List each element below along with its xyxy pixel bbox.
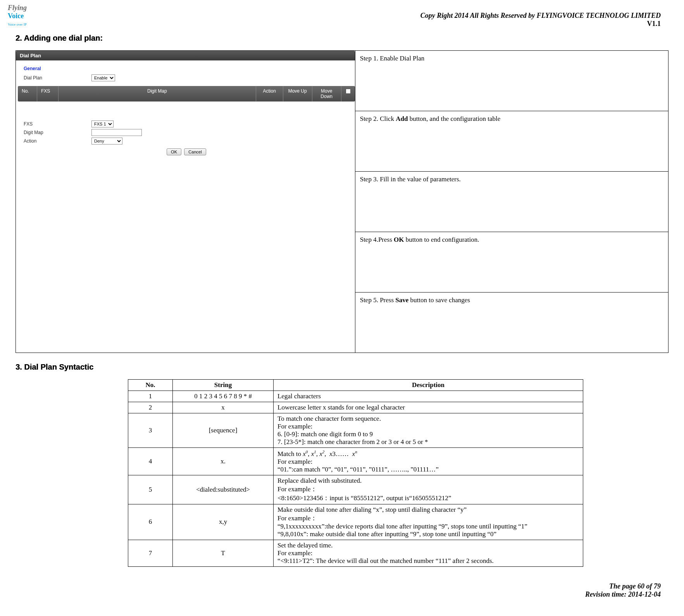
cell-string: [sequence] (173, 413, 274, 448)
syntax-table: No. String Description 1 0 1 2 3 4 5 6 7… (128, 379, 583, 567)
dialplan-label: Dial Plan (24, 75, 91, 81)
table-row: 7 T Set the delayed time. For example: “… (128, 540, 583, 566)
cell-no: 7 (128, 540, 173, 566)
step-1-cell: Step 1. Enable Dial Plan (355, 51, 668, 111)
digitmap-input[interactable] (91, 129, 142, 136)
col-checkbox[interactable] (341, 86, 355, 102)
cell-no: 3 (128, 413, 173, 448)
cell-string: 0 1 2 3 4 5 6 7 8 9 * # (173, 391, 274, 402)
dial-plan-layout-table: Dial Plan General Dial Plan Enable No. F… (16, 50, 668, 353)
cell-string: x (173, 402, 274, 413)
cancel-button[interactable]: Cancel (184, 148, 206, 155)
x-power-3: x (329, 450, 333, 458)
col-no: No. (18, 86, 37, 102)
th-desc: Description (274, 380, 583, 391)
logo: Flying Voice Voice over IP (8, 4, 47, 25)
col-movedown[interactable]: Move Down (312, 86, 341, 102)
ok-button[interactable]: OK (167, 148, 181, 155)
revision-time: Revision time: 2014-12-04 (16, 590, 661, 599)
window-title: Dial Plan (16, 51, 355, 60)
table-row: 3 [sequence] To match one character form… (128, 413, 583, 448)
th-no: No. (128, 380, 173, 391)
fxs-select[interactable]: FXS 1 (91, 120, 114, 127)
x-power-n: xn (352, 450, 357, 458)
col-moveup[interactable]: Move Up (283, 86, 312, 102)
col-digit: Digit Map (59, 86, 256, 102)
dialplan-select[interactable]: Enable (91, 74, 115, 81)
dial-plan-screenshot: Dial Plan General Dial Plan Enable No. F… (16, 51, 355, 155)
logo-subtitle: Voice over IP (8, 22, 27, 26)
cell-no: 2 (128, 402, 173, 413)
step-4: Step 4.Press OK button to end configurat… (355, 232, 668, 292)
cell-desc: To match one character form sequence. Fo… (274, 413, 583, 448)
x-power-2: x2 (319, 450, 324, 458)
general-label: General (24, 64, 355, 73)
cell-desc: Set the delayed time. For example: “<9:1… (274, 540, 583, 566)
checkbox-icon[interactable] (346, 89, 351, 94)
step-2: Step 2. Click Add button, and the config… (355, 111, 668, 171)
cell-no: 1 (128, 391, 173, 402)
logo-text-2: Voice (8, 12, 24, 20)
table-row: 1 0 1 2 3 4 5 6 7 8 9 * # Legal characte… (128, 391, 583, 402)
table-row: 6 x,y Make outside dial tone after diali… (128, 504, 583, 540)
cell-no: 5 (128, 475, 173, 504)
cell-string: T (173, 540, 274, 566)
table-row: 5 <dialed:substituted> Replace dialed wi… (128, 475, 583, 504)
cell-desc: Make outside dial tone after dialing “x”… (274, 504, 583, 540)
table-row: 2 x Lowercase letter x stands for one le… (128, 402, 583, 413)
cell-desc: Replace dialed with substituted. For exa… (274, 475, 583, 504)
col-fxs: FXS (37, 86, 59, 102)
header: Copy Right 2014 All Rights Reserved by F… (16, 12, 661, 28)
cell-desc: Match to x0, x1, x2, x3…… xn For example… (274, 448, 583, 475)
screenshot-cell: Dial Plan General Dial Plan Enable No. F… (16, 51, 355, 353)
version-text: V1.1 (16, 20, 661, 28)
col-action: Action (256, 86, 283, 102)
step-1: Step 1. Enable Dial Plan (355, 51, 668, 111)
x-power-0: x0 (303, 450, 308, 458)
section-2-heading: 2. Adding one dial plan: (16, 34, 668, 43)
digitmap-label: Digit Map (24, 130, 91, 135)
cell-no: 4 (128, 448, 173, 475)
cell-string: <dialed:substituted> (173, 475, 274, 504)
page-number: The page 60 of 79 (16, 582, 661, 590)
logo-text-1: Flying (8, 4, 27, 12)
step-5: Step 5. Press Save button to save change… (355, 293, 668, 353)
x-power-1: x1 (311, 450, 316, 458)
copyright-text: Copy Right 2014 All Rights Reserved by F… (16, 12, 661, 20)
action-label: Action (24, 138, 91, 144)
table-row: 4 x. Match to x0, x1, x2, x3…… xn For ex… (128, 448, 583, 475)
action-select[interactable]: Deny (91, 138, 122, 145)
cell-string: x. (173, 448, 274, 475)
section-3-heading: 3. Dial Plan Syntactic (16, 363, 668, 372)
cell-desc: Legal characters (274, 391, 583, 402)
step-3: Step 3. Fill in the value of parameters. (355, 172, 668, 232)
grid-header: No. FXS Digit Map Action Move Up Move Do… (18, 86, 355, 102)
cell-no: 6 (128, 504, 173, 540)
cell-string: x,y (173, 504, 274, 540)
fxs-label: FXS (24, 121, 91, 127)
footer: The page 60 of 79 Revision time: 2014-12… (16, 582, 661, 599)
cell-desc: Lowercase letter x stands for one legal … (274, 402, 583, 413)
th-string: String (173, 380, 274, 391)
